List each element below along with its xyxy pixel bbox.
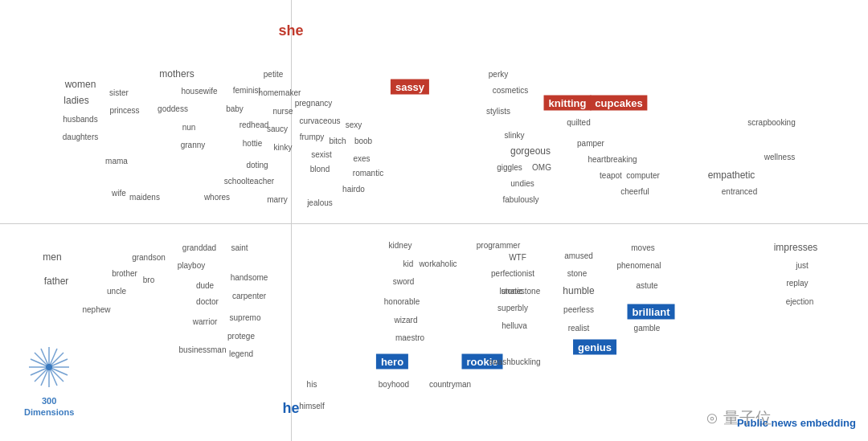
word-brilliant: brilliant <box>628 304 675 320</box>
word-gorgeous: gorgeous <box>510 145 551 157</box>
word-amused: amused <box>564 251 593 260</box>
word-stone2: stone <box>521 287 540 296</box>
word-saint: saint <box>231 243 248 252</box>
word-maidens: maidens <box>129 193 160 202</box>
word-slinky: slinky <box>504 131 524 140</box>
word-phenomenal: phenomenal <box>616 261 661 270</box>
word-hero: hero <box>376 354 408 370</box>
word-superbly: superbly <box>497 304 528 312</box>
word-doctor: doctor <box>196 297 219 306</box>
word-nun: nun <box>182 123 196 132</box>
word-sexy: sexy <box>346 120 362 129</box>
word-doting: doting <box>246 161 268 169</box>
logo-label: 300 <box>24 396 74 406</box>
word-whores: whores <box>204 193 230 202</box>
word-ejection: ejection <box>786 297 813 306</box>
word-supremo: supremo <box>230 313 261 322</box>
word-ladies: ladies <box>63 95 88 106</box>
word-pregnancy: pregnancy <box>295 99 333 108</box>
word-playboy: playboy <box>178 261 205 270</box>
word-granny: granny <box>181 141 206 149</box>
word-humble: humble <box>563 285 594 296</box>
word-businessman: businessman <box>179 345 227 354</box>
horizontal-axis <box>0 223 868 224</box>
word-bro: bro <box>143 276 154 284</box>
word-pamper: pamper <box>577 139 604 148</box>
word-frumpy: frumpy <box>300 133 325 141</box>
word-jealous: jealous <box>307 198 333 207</box>
word-honorable: honorable <box>384 297 420 306</box>
word-knitting: knitting <box>544 96 592 111</box>
word-cosmetics: cosmetics <box>493 86 528 95</box>
word-peerless: peerless <box>563 305 594 314</box>
word-father: father <box>44 276 69 287</box>
word-uncle: uncle <box>107 287 126 296</box>
word-teapot: teapot <box>600 171 622 180</box>
word-nurse: nurse <box>272 107 293 116</box>
word-kinky: kinky <box>274 143 293 152</box>
word-feminist: feminist <box>233 86 260 95</box>
word-just: just <box>796 261 809 270</box>
word-astute: astute <box>636 281 657 290</box>
word-his: his <box>307 380 317 389</box>
word-homemaker: homemaker <box>259 88 301 97</box>
she-label: she <box>278 22 303 39</box>
word-warrior: warrior <box>193 317 218 326</box>
word-exes: exes <box>353 154 370 163</box>
word-omg: OMG <box>532 163 551 172</box>
main-container: she he women ladies husbands daughters s… <box>0 0 868 441</box>
word-gamble: gamble <box>634 324 661 333</box>
word-boob: boob <box>354 137 372 145</box>
word-entranced: entranced <box>722 187 757 196</box>
word-princess: princess <box>109 106 139 115</box>
word-grandson: grandson <box>132 253 166 262</box>
word-helluva: helluva <box>502 321 527 330</box>
vertical-axis <box>291 0 292 441</box>
word-wellness: wellness <box>764 153 795 161</box>
word-wizard: wizard <box>395 316 418 325</box>
word-mothers: mothers <box>159 68 194 80</box>
word-boyhood: boyhood <box>379 380 409 389</box>
brand-label: Public news embedding <box>737 417 856 429</box>
word-himself: himself <box>299 402 325 410</box>
word-moves: moves <box>631 243 654 252</box>
word-heartbreaking: heartbreaking <box>588 155 637 164</box>
word-countryman: countryman <box>429 380 471 389</box>
word-housewife: housewife <box>181 87 217 96</box>
word-curvaceous: curvaceous <box>299 116 340 125</box>
word-blond: blond <box>310 165 330 174</box>
word-sister: sister <box>109 88 129 97</box>
word-perfectionist: perfectionist <box>491 269 534 278</box>
word-cheerful: cheerful <box>620 187 649 196</box>
word-stylists: stylists <box>486 107 510 116</box>
word-wtf: WTF <box>509 253 526 262</box>
word-protege: protege <box>227 332 255 341</box>
word-perky: perky <box>489 70 508 79</box>
word-wife: wife <box>112 189 126 198</box>
word-giggles: giggles <box>497 163 522 172</box>
word-undies: undies <box>510 179 534 188</box>
word-saucy: saucy <box>267 125 288 133</box>
logo-dimensions: Dimensions <box>24 407 74 417</box>
word-baby: baby <box>226 104 244 113</box>
logo-area: 300 Dimensions <box>24 343 74 417</box>
word-impresses: impresses <box>774 242 818 253</box>
word-stone3: stone <box>567 269 587 278</box>
word-sword: sword <box>393 277 415 286</box>
word-romantic: romantic <box>353 169 383 178</box>
word-carpenter: carpenter <box>232 292 266 300</box>
word-handsome: handsome <box>231 273 268 282</box>
word-kid: kid <box>403 259 414 268</box>
word-maestro: maestro <box>395 333 424 342</box>
word-genius: genius <box>573 340 616 355</box>
word-workaholic: workaholic <box>419 259 457 268</box>
word-bitch: bitch <box>329 137 346 145</box>
word-dude: dude <box>196 281 214 290</box>
word-replay: replay <box>786 279 808 288</box>
word-kidney: kidney <box>389 241 412 250</box>
word-fabulously: fabulously <box>502 195 538 204</box>
word-marry: marry <box>267 195 288 204</box>
word-women: women <box>65 79 96 90</box>
word-swashbuckling: swashbuckling <box>488 357 540 366</box>
word-brother: brother <box>112 269 137 278</box>
